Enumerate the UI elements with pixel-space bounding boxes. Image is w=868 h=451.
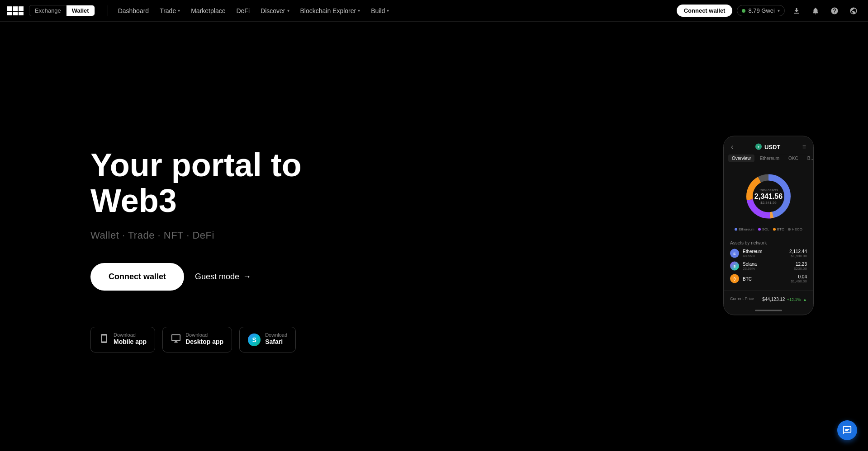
phone-menu-icon[interactable]: ≡ <box>802 143 806 150</box>
logo <box>7 6 24 15</box>
safari-icon: S <box>248 334 261 346</box>
phone-bottom-bar <box>724 306 813 315</box>
header-right: Connect wallet 8.79 Gwei ▾ <box>677 4 861 18</box>
language-icon-button[interactable] <box>846 4 861 18</box>
phone-tabs: Overview Ethereum OKC B… <box>724 155 813 166</box>
discover-chevron-icon: ▾ <box>287 8 289 13</box>
download-safari-button[interactable]: S Download Safari <box>239 327 296 352</box>
exchange-wallet-tabs: Exchange Wallet <box>29 5 95 16</box>
solana-asset-icon: S <box>730 262 739 271</box>
blockchain-chevron-icon: ▾ <box>358 8 360 13</box>
phone-coin-title: T USDT <box>755 143 780 150</box>
wallet-tab[interactable]: Wallet <box>66 5 95 16</box>
nav-trade[interactable]: Trade ▾ <box>155 5 185 17</box>
svg-rect-5 <box>19 12 24 15</box>
legend-sol-dot <box>758 228 761 230</box>
asset-row-btc: ₿ BTC 0.04 $1,460.00 <box>730 274 807 283</box>
gwei-chevron-icon: ▾ <box>778 8 780 13</box>
assets-section: Assets by network E Ethereum 48.66% 2,11… <box>724 237 813 291</box>
svg-rect-0 <box>7 6 12 11</box>
legend-btc-dot <box>773 228 776 230</box>
svg-rect-3 <box>7 12 12 15</box>
help-icon-button[interactable] <box>827 4 842 18</box>
connect-wallet-main-button[interactable]: Connect wallet <box>90 263 184 291</box>
phone-header: ‹ T USDT ≡ <box>724 136 813 155</box>
asset-row-solana: S Solana 23.66% 12.23 $230.00 <box>730 262 807 271</box>
connect-wallet-header-button[interactable]: Connect wallet <box>677 5 733 17</box>
header: Exchange Wallet Dashboard Trade ▾ Market… <box>0 0 868 22</box>
chat-support-button[interactable] <box>837 420 857 440</box>
mobile-icon <box>99 334 109 346</box>
trade-chevron-icon: ▾ <box>178 8 180 13</box>
legend-heco: HECO <box>788 227 802 231</box>
phone-tab-okc[interactable]: OKC <box>785 155 802 162</box>
phone-back-icon[interactable]: ‹ <box>731 143 733 151</box>
legend-ethereum-dot <box>735 228 737 230</box>
svg-rect-13 <box>845 430 848 431</box>
nav-discover[interactable]: Discover ▾ <box>256 5 294 17</box>
current-price-row: Current Price $44,123.12 +12.1% ▲ <box>724 291 813 306</box>
download-row: Download Mobile app Download Desktop app… <box>90 327 868 352</box>
donut-chart: Total assets 2,341.56 $2,341.56 <box>741 169 796 224</box>
gwei-button[interactable]: 8.79 Gwei ▾ <box>737 5 785 16</box>
svg-rect-4 <box>13 12 18 15</box>
asset-row-ethereum: E Ethereum 48.66% 2,112.44 $1,980.00 <box>730 249 807 258</box>
usdt-icon: T <box>755 144 762 150</box>
build-chevron-icon: ▾ <box>387 8 389 13</box>
main-nav: Dashboard Trade ▾ Marketplace DeFi Disco… <box>114 5 677 17</box>
gwei-status-icon <box>742 9 745 13</box>
svg-rect-2 <box>19 6 24 11</box>
phone-home-indicator <box>755 310 782 311</box>
download-mobile-app-button[interactable]: Download Mobile app <box>90 327 155 352</box>
chart-legend: Ethereum SOL BTC HECO <box>735 227 802 231</box>
svg-rect-12 <box>845 429 849 430</box>
ethereum-asset-icon: E <box>730 249 739 258</box>
nav-dashboard[interactable]: Dashboard <box>114 5 154 17</box>
phone-frame: ‹ T USDT ≡ Overview Ethereum OKC B… <box>723 136 814 315</box>
nav-divider <box>108 5 108 16</box>
svg-rect-1 <box>13 6 18 11</box>
nav-defi[interactable]: DeFi <box>232 5 254 17</box>
exchange-tab[interactable]: Exchange <box>29 5 66 16</box>
legend-heco-dot <box>788 228 791 230</box>
download-desktop-app-button[interactable]: Download Desktop app <box>162 327 232 352</box>
nav-blockchain-explorer[interactable]: Blockchain Explorer ▾ <box>296 5 365 17</box>
gwei-value: 8.79 Gwei <box>748 7 775 14</box>
btc-asset-icon: ₿ <box>730 274 739 283</box>
legend-sol: SOL <box>758 227 769 231</box>
desktop-icon <box>171 334 181 346</box>
legend-btc: BTC <box>773 227 784 231</box>
phone-mockup: ‹ T USDT ≡ Overview Ethereum OKC B… <box>723 136 814 315</box>
main-content: Your portal to Web3 Wallet · Trade · NFT… <box>0 0 868 451</box>
phone-tab-more[interactable]: B… <box>804 155 813 162</box>
donut-center: Total assets 2,341.56 $2,341.56 <box>754 188 783 205</box>
download-icon-button[interactable] <box>789 4 804 18</box>
hero-title: Your portal to Web3 <box>90 147 362 219</box>
donut-section: Total assets 2,341.56 $2,341.56 Ethereum… <box>724 166 813 237</box>
guest-mode-button[interactable]: Guest mode → <box>195 272 251 282</box>
notifications-icon-button[interactable] <box>808 4 823 18</box>
phone-tab-ethereum[interactable]: Ethereum <box>756 155 783 162</box>
legend-ethereum: Ethereum <box>735 227 754 231</box>
guest-arrow-icon: → <box>243 272 251 282</box>
nav-marketplace[interactable]: Marketplace <box>186 5 230 17</box>
phone-tab-overview[interactable]: Overview <box>728 155 754 162</box>
price-up-icon: ▲ <box>803 297 807 302</box>
nav-build[interactable]: Build ▾ <box>366 5 394 17</box>
